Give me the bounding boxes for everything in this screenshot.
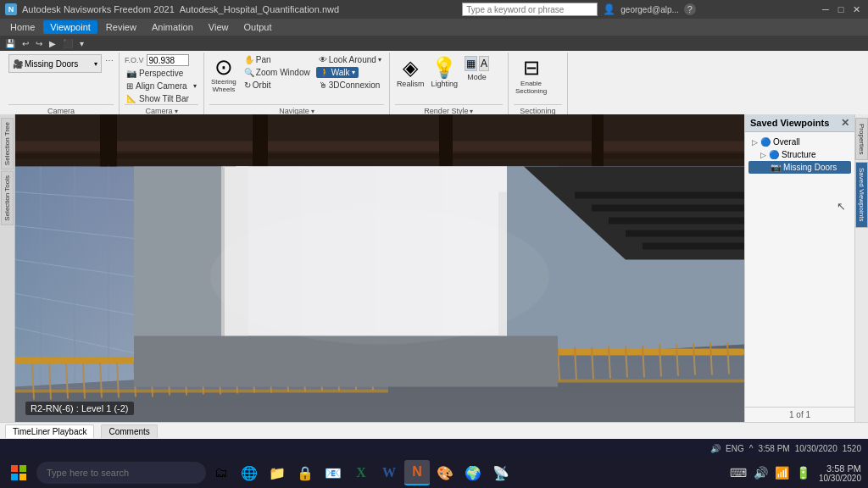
maximize-btn[interactable]: □: [834, 3, 848, 16]
realism-btn[interactable]: ◈ Realism: [395, 54, 426, 90]
zoom-icon: 🔍: [244, 68, 254, 77]
svg-rect-29: [643, 243, 744, 250]
steering-wheels-btn[interactable]: ⊙ SteeringWheels: [209, 54, 238, 95]
pan-label: Pan: [256, 55, 271, 64]
icon-structure: 🔵: [769, 150, 779, 159]
start-button[interactable]: [3, 458, 34, 488]
taskbar-icon-word[interactable]: W: [376, 460, 402, 485]
enable-sectioning-btn[interactable]: ⊟ EnableSectioning: [514, 54, 548, 97]
clock[interactable]: 3:58 PM 10/30/2020: [815, 463, 865, 483]
ribbon-content: 🎥 Missing Doors ▾ ⋯ Camera F.O.V 📷: [0, 51, 868, 119]
taskbar-icon-excel[interactable]: X: [348, 460, 374, 485]
orbit-label: Orbit: [253, 80, 271, 90]
status-zoom: 1520: [843, 444, 861, 453]
status-audio: 🔊: [710, 444, 721, 453]
taskbar-icon-taskview[interactable]: 🗂: [209, 460, 234, 485]
zoom-window-btn[interactable]: 🔍 Zoom Window: [242, 67, 313, 78]
help-btn[interactable]: ?: [684, 3, 696, 15]
menu-home[interactable]: Home: [3, 20, 42, 34]
menu-view[interactable]: View: [202, 20, 236, 34]
qa-undo[interactable]: ↩: [20, 39, 31, 48]
windows-logo-icon: [11, 465, 26, 480]
look-label: Look Around: [329, 55, 376, 64]
close-btn[interactable]: ✕: [849, 3, 863, 16]
expand-overall[interactable]: ▷: [752, 138, 758, 147]
minimize-btn[interactable]: ─: [819, 3, 832, 16]
look-around-btn[interactable]: 👁 Look Around ▾: [316, 54, 384, 65]
tray-keyboard[interactable]: ⌨: [728, 464, 748, 481]
taskbar-icon-paint[interactable]: 🎨: [432, 460, 458, 485]
missing-doors-dropdown[interactable]: 🎥 Missing Doors ▾: [8, 54, 102, 73]
side-tab-properties[interactable]: Properties: [855, 118, 868, 160]
fov-input[interactable]: [147, 54, 189, 66]
bottom-tab-comments[interactable]: Comments: [101, 424, 157, 438]
saved-viewpoints-title: Saved Viewpoints: [750, 118, 829, 128]
taskbar-icon-edge[interactable]: 🌐: [236, 460, 262, 485]
qa-save[interactable]: 💾: [3, 39, 17, 48]
expand-structure[interactable]: ▷: [760, 151, 766, 159]
qa-menu[interactable]: ▾: [78, 39, 86, 48]
tree-item-overall[interactable]: ▷ 🔵 Overall: [748, 136, 851, 148]
pan-btn[interactable]: ✋ Pan: [242, 54, 313, 65]
show-tilt-bar-btn[interactable]: 📐 Show Tilt Bar: [125, 93, 198, 104]
svg-point-80: [210, 209, 549, 345]
svg-rect-3: [15, 154, 744, 159]
menu-review[interactable]: Review: [99, 20, 143, 34]
qa-redo[interactable]: ↪: [34, 39, 44, 48]
menu-bar: Home Viewpoint Review Animation View Out…: [0, 19, 868, 36]
tray-volume[interactable]: 🔊: [752, 464, 770, 481]
lighting-btn[interactable]: 💡 Lighting: [429, 54, 459, 90]
svg-rect-82: [19, 465, 26, 472]
tilt-bar-label: Show Tilt Bar: [139, 94, 189, 103]
mode-icon-1[interactable]: ▦: [465, 56, 477, 71]
menu-viewpoint[interactable]: Viewpoint: [43, 20, 97, 34]
3dconnexion-btn[interactable]: 🖱 3DConnexion: [316, 80, 384, 91]
viewpoints-tree: ▷ 🔵 Overall ▷ 🔵 Structure 📷 Missing Door…: [745, 132, 854, 407]
svg-rect-2: [15, 141, 744, 152]
svg-rect-77: [15, 390, 388, 393]
taskbar-icon-explorer[interactable]: 📁: [264, 460, 290, 485]
label-structure: Structure: [782, 150, 816, 159]
lighting-icon: 💡: [431, 56, 457, 80]
bottom-tab-timeliner[interactable]: TimeLiner Playback: [5, 424, 94, 438]
walk-btn[interactable]: 🚶 Walk ▾: [316, 67, 359, 78]
3dconnexion-label: 3DConnexion: [329, 80, 381, 90]
taskbar-icon-navisworks[interactable]: N: [404, 460, 430, 485]
svg-rect-28: [626, 230, 744, 237]
viewport-3d[interactable]: R2-RN(-6) : Level 1 (-2): [15, 114, 744, 422]
saved-viewpoints-close[interactable]: ✕: [841, 117, 849, 129]
qa-stop[interactable]: ⬛: [61, 39, 75, 48]
mode-btn[interactable]: ▦ A Mode: [463, 54, 491, 83]
selection-tree-btn[interactable]: Selection Tree: [1, 118, 14, 169]
orbit-btn[interactable]: ↻ Orbit: [242, 80, 313, 91]
qa-play[interactable]: ▶: [47, 39, 58, 48]
label-overall: Overall: [773, 137, 800, 147]
status-caret: ^: [749, 444, 754, 453]
tray-battery[interactable]: 🔋: [794, 464, 812, 481]
tray-network[interactable]: 📶: [773, 464, 791, 481]
menu-output[interactable]: Output: [237, 20, 279, 34]
tree-item-missing-doors[interactable]: 📷 Missing Doors: [748, 161, 851, 174]
taskbar: 🗂 🌐 📁 🔒 📧 X W N 🎨 🌍 📡 ⌨ 🔊 📶 🔋 3:58 PM 10…: [0, 458, 868, 488]
tree-item-structure[interactable]: ▷ 🔵 Structure: [748, 148, 851, 161]
selection-tools-btn[interactable]: Selection Tools: [1, 171, 14, 225]
left-tools: Selection Tree Selection Tools: [0, 114, 15, 422]
mode-icon-2[interactable]: A: [479, 56, 489, 71]
taskbar-icon-network[interactable]: 📡: [488, 460, 514, 485]
menu-animation[interactable]: Animation: [145, 20, 200, 34]
app-icon: N: [5, 3, 17, 15]
taskbar-search-input[interactable]: [36, 462, 206, 484]
steering-wheels-icon: ⊙: [214, 56, 233, 78]
align-camera-btn[interactable]: ⊞ Align Camera ▾: [125, 80, 198, 92]
taskbar-icon-mail[interactable]: 📧: [320, 460, 346, 485]
taskbar-icon-chrome[interactable]: 🌍: [460, 460, 486, 485]
perspective-btn[interactable]: 📷 Perspective: [125, 68, 198, 79]
missing-doors-icon: 🎥: [13, 59, 23, 69]
side-tab-saved-viewpoints[interactable]: Saved Viewpoints: [855, 162, 868, 227]
pan-icon: ✋: [244, 55, 254, 64]
walk-icon: 🚶: [320, 68, 330, 77]
app-title: Autodesk Navisworks Freedom 2021: [22, 4, 175, 14]
taskbar-right: ⌨ 🔊 📶 🔋 3:58 PM 10/30/2020: [728, 463, 865, 483]
search-input[interactable]: [462, 3, 598, 16]
taskbar-icon-lock[interactable]: 🔒: [292, 460, 318, 485]
